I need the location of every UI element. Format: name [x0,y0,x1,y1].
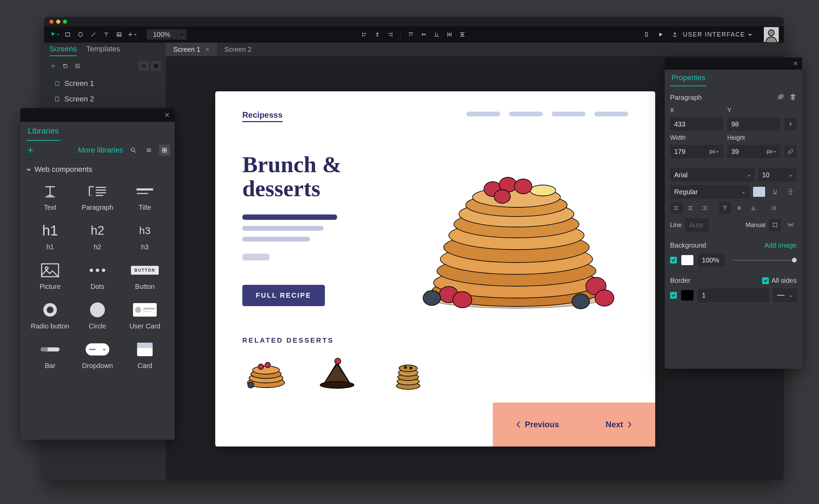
add-image-link[interactable]: Add image [764,242,797,249]
screen-item-2[interactable]: Screen 2 [49,91,161,107]
auto-width-icon[interactable] [784,219,797,231]
component-dropdown[interactable]: Dropdown [74,341,121,370]
text-color-swatch[interactable] [753,186,766,197]
previous-button[interactable]: Previous [516,420,559,429]
component-picture[interactable]: Picture [26,262,74,291]
component-card[interactable]: Card [121,341,169,370]
rectangle-tool[interactable] [62,28,74,41]
section-web-components[interactable]: Web components [20,160,175,179]
related-item-cake[interactable] [313,354,361,391]
upload-icon[interactable] [669,28,681,41]
all-sides-toggle[interactable]: All sides [762,277,797,284]
align-right-icon[interactable] [384,28,396,41]
play-preview-icon[interactable] [655,28,667,41]
screen-tab-1[interactable]: Screen 1 ✕ [166,43,217,56]
close-panel-icon[interactable]: ✕ [793,60,798,67]
close-panel-icon[interactable]: ✕ [164,111,170,119]
bullet-list-icon[interactable] [768,202,780,214]
artboard[interactable]: Recipesss Brunch & desserts FULL RECIPE [215,91,655,446]
line-tool[interactable] [87,28,99,41]
line-height-input[interactable]: Auto [685,218,709,232]
next-button[interactable]: Next [605,420,632,429]
related-item-pancakes[interactable] [242,354,290,391]
align-left-icon[interactable] [358,28,371,41]
height-input[interactable]: 39 [727,145,762,158]
list-view-icon[interactable] [143,145,154,156]
properties-titlebar[interactable]: ✕ [665,58,802,70]
user-avatar[interactable] [763,27,779,42]
component-circle[interactable]: Circle [74,301,121,330]
duplicate-icon[interactable] [61,62,70,70]
font-size-select[interactable]: 10 [758,168,797,182]
maximize-window-icon[interactable] [63,20,67,24]
border-style-select[interactable] [773,289,797,302]
component-h1[interactable]: h1h1 [26,222,74,251]
list-view-icon[interactable] [139,61,149,71]
related-item-cookies[interactable] [384,354,432,391]
screen-tab-2[interactable]: Screen 2 [217,43,259,56]
close-window-icon[interactable] [49,20,53,24]
component-radio[interactable]: Radio button [26,301,74,330]
component-h2[interactable]: h2h2 [74,222,121,251]
project-dropdown[interactable]: USER INTERFACE [683,31,752,38]
link-dimensions-icon[interactable] [784,145,797,158]
minimize-window-icon[interactable] [56,20,60,24]
width-input[interactable]: 179 [670,145,705,158]
properties-tab[interactable]: Properties [670,70,707,86]
component-paragraph[interactable]: Paragraph [74,183,121,211]
visibility-icon[interactable] [777,93,784,102]
pin-icon[interactable] [784,118,797,130]
component-button[interactable]: BUTTONButton [121,262,169,291]
component-title[interactable]: Title [121,183,169,211]
zoom-dropdown-icon[interactable] [176,29,186,40]
add-screen-icon[interactable] [49,62,58,70]
text-align-left-icon[interactable] [670,202,682,214]
y-input[interactable]: 98 [727,117,780,131]
align-center-v-icon[interactable] [418,28,430,41]
valign-bottom-icon[interactable] [747,202,759,214]
opacity-input[interactable]: 100% [698,253,725,267]
more-libraries-link[interactable]: More libraries [78,146,123,155]
component-bar[interactable]: Bar [26,341,74,370]
grid-view-icon[interactable] [159,145,170,156]
opacity-slider[interactable] [733,260,797,261]
ellipse-tool[interactable] [74,28,87,41]
strikethrough-icon[interactable] [784,186,797,198]
text-tool[interactable] [100,28,112,41]
layers-icon[interactable] [789,93,797,102]
libraries-titlebar[interactable]: ✕ [20,108,175,122]
component-dots[interactable]: Dots [74,262,121,291]
background-color-swatch[interactable] [681,255,694,266]
align-bottom-icon[interactable] [430,28,443,41]
sidebar-tab-templates[interactable]: Templates [86,43,120,56]
distribute-v-icon[interactable] [456,28,468,41]
grid-view-icon[interactable] [151,61,161,71]
image-tool[interactable] [113,28,125,41]
import-icon[interactable] [73,62,82,70]
component-h3[interactable]: h3h3 [121,222,169,251]
align-center-h-icon[interactable] [371,28,383,41]
select-tool[interactable] [49,28,61,41]
add-tool[interactable] [126,28,138,41]
align-top-icon[interactable] [405,28,417,41]
screen-item-1[interactable]: Screen 1 [49,76,161,91]
border-enabled-checkbox[interactable] [670,292,677,299]
text-align-center-icon[interactable] [684,202,696,214]
component-usercard[interactable]: User Card [121,301,169,330]
libraries-tab[interactable]: Libraries [26,122,60,141]
zoom-control[interactable]: 100% [147,29,186,40]
x-input[interactable]: 433 [670,117,723,131]
close-tab-icon[interactable]: ✕ [205,46,209,53]
search-icon[interactable] [128,145,139,156]
valign-top-icon[interactable] [719,202,731,214]
underline-icon[interactable] [769,186,781,198]
resize-manual-icon[interactable] [769,219,781,231]
height-unit[interactable]: px [762,145,780,158]
width-unit[interactable]: px [705,145,723,158]
valign-middle-icon[interactable] [733,202,745,214]
distribute-h-icon[interactable] [443,28,456,41]
sidebar-tab-screens[interactable]: Screens [49,43,77,56]
background-enabled-checkbox[interactable] [670,257,677,264]
cta-button[interactable]: FULL RECIPE [242,285,325,306]
font-weight-select[interactable]: Regular [670,185,749,199]
